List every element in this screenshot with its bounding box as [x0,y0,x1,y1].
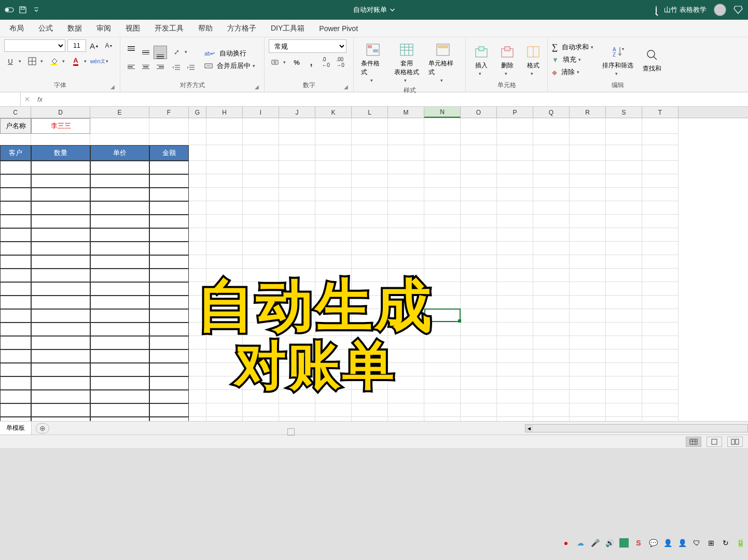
cell[interactable] [189,363,206,376]
cell[interactable]: 客户 [0,145,31,161]
cell[interactable] [533,390,570,403]
tab-formulas[interactable]: 公式 [31,20,60,37]
cell[interactable] [0,403,31,417]
phonetic-button[interactable]: wén文 [91,55,104,67]
cell[interactable] [352,242,388,255]
cell[interactable] [352,296,388,309]
cell[interactable] [279,134,315,145]
cell[interactable] [149,269,189,282]
cell[interactable] [149,323,189,336]
cell[interactable] [570,174,606,188]
cell[interactable] [606,215,642,228]
cell[interactable] [189,174,206,188]
cell[interactable] [31,323,90,336]
cell[interactable] [206,309,243,323]
document-title[interactable]: 自动对账单 [353,5,387,15]
cell[interactable] [642,134,678,145]
cell[interactable] [424,309,461,323]
cell[interactable] [424,228,461,242]
cell[interactable] [497,134,533,145]
cell[interactable] [149,228,189,242]
s-icon[interactable]: S [634,538,643,548]
cell[interactable] [424,323,461,336]
insert-button[interactable]: 插入▾ [470,41,493,78]
cell[interactable] [90,336,149,349]
number-launcher-icon[interactable]: ◢ [344,84,348,90]
cell[interactable] [606,255,642,269]
cell[interactable] [461,349,497,363]
cell[interactable] [533,376,570,390]
cell[interactable] [424,242,461,255]
title-dropdown-icon[interactable] [390,8,395,12]
fill-color-dd[interactable]: ▾ [62,59,67,64]
cell[interactable] [189,376,206,390]
cell[interactable] [388,417,424,421]
cell[interactable] [570,161,606,174]
cell[interactable] [461,309,497,323]
cell[interactable] [243,145,279,161]
cell[interactable] [243,349,279,363]
cell[interactable] [497,174,533,188]
cell[interactable] [0,282,31,296]
cell[interactable] [149,296,189,309]
cell[interactable] [352,201,388,215]
cell[interactable] [31,255,90,269]
cell[interactable] [206,201,243,215]
align-right-button[interactable] [154,60,167,74]
col-header-D[interactable]: D [31,107,90,118]
col-header-M[interactable]: M [388,107,424,118]
cell[interactable] [90,269,149,282]
cell[interactable] [31,269,90,282]
cell[interactable] [0,215,31,228]
cell[interactable] [149,134,189,145]
cell[interactable] [315,188,352,201]
col-header-C[interactable]: C [0,107,31,118]
cell[interactable] [570,242,606,255]
cell[interactable] [570,417,606,421]
underline-button[interactable]: U [4,55,17,67]
cell[interactable] [642,363,678,376]
cell[interactable] [352,188,388,201]
cell[interactable] [642,376,678,390]
cell[interactable] [0,336,31,349]
refresh-icon[interactable]: ↻ [721,538,730,548]
cell[interactable] [206,161,243,174]
cell[interactable] [352,282,388,296]
cell[interactable] [642,161,678,174]
cell[interactable] [206,118,243,134]
cell[interactable] [570,215,606,228]
cell[interactable] [606,161,642,174]
cell[interactable] [206,323,243,336]
cell[interactable] [0,188,31,201]
cell[interactable] [497,309,533,323]
user-icon-1[interactable]: 👤 [663,538,672,548]
font-launcher-icon[interactable]: ◢ [110,84,115,90]
cell[interactable] [606,323,642,336]
cell[interactable] [279,417,315,421]
cell[interactable] [461,215,497,228]
col-header-N[interactable]: N [424,107,461,118]
cell[interactable] [0,363,31,376]
increase-decimal-button[interactable]: .0←0 [320,56,332,68]
cell[interactable] [533,215,570,228]
cell[interactable] [315,403,352,417]
cell[interactable] [642,390,678,403]
tab-ffgz[interactable]: 方方格子 [220,20,264,37]
cell[interactable] [388,145,424,161]
cell-style-button[interactable]: 单元格样式▾ [425,39,461,85]
merge-center-button[interactable]: 合并后居中▾ [204,61,258,71]
cell[interactable] [497,363,533,376]
user-icon-2[interactable]: 👤 [677,538,687,548]
cell[interactable] [315,255,352,269]
cell[interactable] [279,323,315,336]
cell[interactable] [352,376,388,390]
cell[interactable] [149,403,189,417]
cell[interactable] [570,309,606,323]
cell[interactable] [424,215,461,228]
cell[interactable] [243,161,279,174]
cell[interactable] [279,118,315,134]
cell[interactable] [533,145,570,161]
cell[interactable] [570,336,606,349]
cell[interactable] [243,188,279,201]
currency-button[interactable] [269,56,281,68]
